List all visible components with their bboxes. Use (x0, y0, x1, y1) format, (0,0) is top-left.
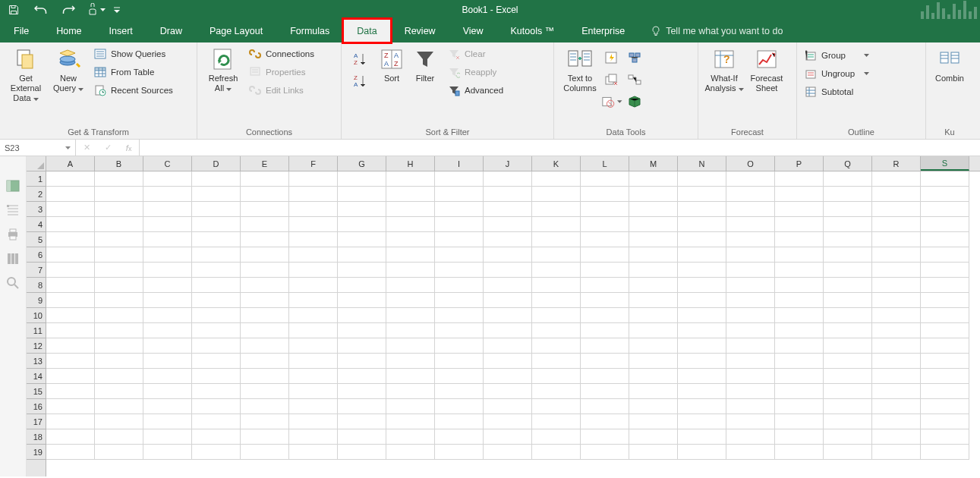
cell[interactable] (143, 414, 192, 429)
cell[interactable] (338, 247, 386, 263)
cell[interactable] (386, 384, 435, 399)
cell[interactable] (775, 202, 824, 217)
cell[interactable] (581, 369, 629, 384)
column-header[interactable]: L (581, 156, 629, 171)
cell[interactable] (532, 369, 581, 384)
cell[interactable] (386, 323, 435, 338)
forecast-sheet-button[interactable]: ForecastSheet (745, 45, 788, 93)
filter-button[interactable]: Filter (408, 45, 442, 83)
tab-data[interactable]: Data (343, 19, 390, 42)
redo-button[interactable] (55, 0, 82, 19)
cell[interactable] (46, 445, 95, 460)
cell[interactable] (775, 263, 824, 278)
cell[interactable] (824, 384, 872, 399)
cell[interactable] (726, 232, 775, 247)
cell[interactable] (921, 323, 969, 338)
cell[interactable] (241, 263, 289, 278)
column-header[interactable]: B (95, 156, 143, 171)
cell[interactable] (484, 429, 532, 445)
cell[interactable] (484, 232, 532, 247)
cell[interactable] (775, 187, 824, 202)
column-header[interactable]: C (143, 156, 192, 171)
cell[interactable] (824, 293, 872, 308)
cell[interactable] (95, 171, 143, 187)
cell[interactable] (824, 263, 872, 278)
cell[interactable] (726, 263, 775, 278)
cell[interactable] (678, 445, 726, 460)
cell[interactable] (338, 293, 386, 308)
cell[interactable] (678, 171, 726, 187)
cell[interactable] (435, 414, 484, 429)
cell[interactable] (921, 202, 969, 217)
cell[interactable] (629, 384, 678, 399)
row-header[interactable]: 5 (27, 232, 46, 247)
group-button[interactable]: Group (802, 46, 872, 64)
cell[interactable] (386, 232, 435, 247)
cell[interactable] (581, 384, 629, 399)
cell[interactable] (46, 429, 95, 445)
cell[interactable] (581, 308, 629, 323)
column-header[interactable]: O (726, 156, 775, 171)
cell[interactable] (532, 171, 581, 187)
cell[interactable] (921, 308, 969, 323)
cell[interactable] (872, 187, 921, 202)
connections-button[interactable]: Connections (246, 45, 317, 63)
cell[interactable] (921, 247, 969, 263)
cell[interactable] (386, 338, 435, 354)
cell[interactable] (143, 247, 192, 263)
cell[interactable] (192, 293, 241, 308)
cell[interactable] (629, 202, 678, 217)
cell[interactable] (629, 217, 678, 232)
cell[interactable] (46, 308, 95, 323)
cell[interactable] (95, 263, 143, 278)
cell[interactable] (289, 414, 338, 429)
sort-asc-button[interactable]: AZ (349, 49, 370, 69)
cell[interactable] (678, 247, 726, 263)
refresh-all-button[interactable]: RefreshAll (202, 45, 244, 93)
cell[interactable] (775, 445, 824, 460)
cell[interactable] (532, 232, 581, 247)
column-header[interactable]: F (289, 156, 338, 171)
cell[interactable] (726, 323, 775, 338)
cell[interactable] (581, 171, 629, 187)
cell[interactable] (629, 414, 678, 429)
cell[interactable] (95, 429, 143, 445)
row-header[interactable]: 15 (27, 384, 46, 399)
column-header[interactable]: Q (824, 156, 872, 171)
cell[interactable] (726, 308, 775, 323)
cell[interactable] (824, 429, 872, 445)
cell[interactable] (581, 323, 629, 338)
cell[interactable] (95, 369, 143, 384)
combine-button[interactable]: Combin (931, 45, 969, 83)
cell[interactable] (435, 232, 484, 247)
cell[interactable] (192, 278, 241, 293)
cell[interactable] (824, 187, 872, 202)
cell[interactable] (484, 187, 532, 202)
flash-fill-button[interactable] (601, 48, 622, 68)
cell[interactable] (192, 354, 241, 369)
cell[interactable] (824, 308, 872, 323)
cell[interactable] (46, 414, 95, 429)
cell[interactable] (143, 429, 192, 445)
data-model-button[interactable] (624, 92, 645, 112)
cell[interactable] (921, 263, 969, 278)
cell[interactable] (824, 369, 872, 384)
cell[interactable] (726, 247, 775, 263)
column-header[interactable]: M (629, 156, 678, 171)
cell[interactable] (678, 354, 726, 369)
cell[interactable] (338, 445, 386, 460)
tab-enterprise[interactable]: Enterprise (568, 19, 638, 42)
qat-customize-button[interactable] (109, 0, 124, 19)
row-header[interactable]: 3 (27, 202, 46, 217)
cell[interactable] (872, 247, 921, 263)
cell[interactable] (289, 232, 338, 247)
cell[interactable] (386, 171, 435, 187)
cell[interactable] (338, 171, 386, 187)
cell[interactable] (678, 399, 726, 414)
cell[interactable] (775, 384, 824, 399)
cell[interactable] (532, 354, 581, 369)
cell[interactable] (46, 187, 95, 202)
cell[interactable] (629, 308, 678, 323)
cell[interactable] (775, 338, 824, 354)
cell[interactable] (435, 217, 484, 232)
